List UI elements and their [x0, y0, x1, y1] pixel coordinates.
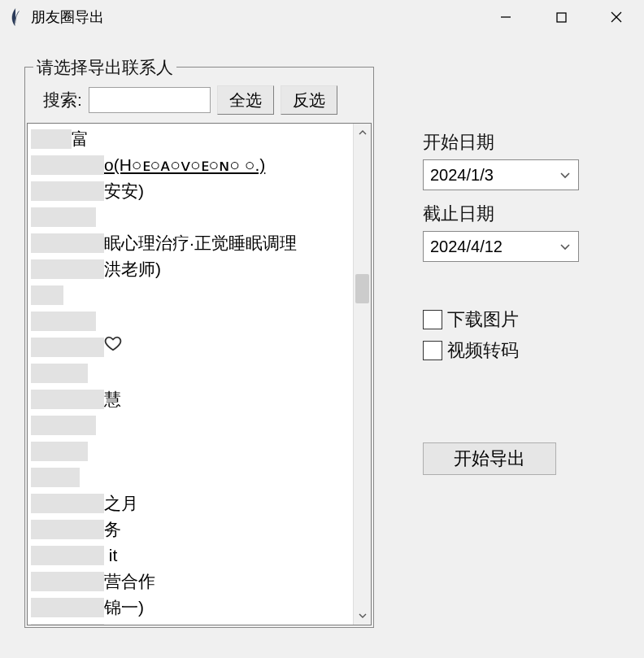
censored-segment — [31, 390, 104, 409]
censored-segment — [31, 572, 104, 591]
list-item[interactable]: 周一至周五9:00-18:30在线) — [29, 620, 353, 625]
maximize-button[interactable] — [533, 0, 589, 34]
list-item-text: 之月 — [104, 494, 138, 512]
list-item[interactable] — [29, 281, 353, 307]
list-item-text: 慧 — [104, 390, 121, 408]
list-item[interactable]: 营合作 — [29, 568, 353, 594]
vertical-scrollbar[interactable] — [353, 124, 371, 625]
censored-segment — [31, 155, 104, 175]
search-label: 搜索: — [43, 89, 82, 111]
list-item[interactable]: 眠心理治疗·正觉睡眠调理 — [29, 229, 353, 255]
scroll-down-arrow[interactable] — [354, 607, 371, 625]
window-title: 朋友圈导出 — [31, 7, 104, 27]
chevron-down-icon — [560, 241, 570, 253]
censored-segment — [31, 312, 96, 331]
list-item-text: 洪老师) — [104, 259, 161, 278]
list-item[interactable]: 锦一) — [29, 594, 353, 620]
list-item-text: 营合作 — [104, 572, 155, 590]
titlebar-controls — [478, 0, 644, 34]
end-date-label: 截止日期 — [423, 202, 579, 226]
start-date-dropdown[interactable]: 2024/1/3 — [423, 159, 579, 190]
censored-segment — [31, 364, 88, 383]
list-item[interactable]: 之月 — [29, 490, 353, 516]
checkbox-label: 视频转码 — [447, 338, 519, 363]
censored-segment — [31, 129, 72, 149]
list-item[interactable]: 务 — [29, 516, 353, 542]
contacts-groupbox: 请选择导出联系人 搜索: 全选 反选 富o(H○ᴇ○ᴀ○ᴠ○ᴇ○ɴ○ ○.)安安… — [24, 67, 374, 628]
censored-segment — [31, 546, 104, 565]
select-all-button[interactable]: 全选 — [217, 85, 274, 115]
scroll-thumb[interactable] — [355, 274, 369, 303]
censored-segment — [31, 624, 104, 625]
list-item[interactable] — [29, 203, 353, 229]
invert-select-button[interactable]: 反选 — [281, 85, 337, 115]
list-item-text: 周一至周五9:00-18:30在线) — [104, 624, 311, 625]
censored-segment — [31, 259, 104, 279]
list-item-text: 安安) — [104, 181, 144, 200]
list-item-text: 眠心理治疗·正觉睡眠调理 — [104, 233, 297, 252]
censored-segment — [31, 338, 104, 357]
scroll-up-arrow[interactable] — [354, 124, 371, 142]
censored-segment — [31, 416, 96, 435]
chevron-down-icon — [560, 169, 570, 181]
export-button[interactable]: 开始导出 — [423, 442, 556, 475]
censored-segment — [31, 233, 104, 253]
censored-segment — [31, 207, 96, 227]
list-item[interactable] — [29, 360, 353, 386]
censored-segment — [31, 520, 104, 539]
censored-segment — [31, 598, 104, 617]
list-item[interactable]: o(H○ᴇ○ᴀ○ᴠ○ᴇ○ɴ○ ○.) — [29, 151, 353, 177]
list-item[interactable]: 安安) — [29, 177, 353, 203]
groupbox-title: 请选择导出联系人 — [33, 56, 176, 79]
censored-segment — [31, 468, 80, 487]
heart-icon — [104, 337, 122, 355]
list-item[interactable] — [29, 412, 353, 438]
video-transcode-checkbox[interactable]: 视频转码 — [423, 338, 579, 363]
list-item-text: 锦一) — [104, 598, 144, 617]
contacts-listbox[interactable]: 富o(H○ᴇ○ᴀ○ᴠ○ᴇ○ɴ○ ○.)安安)眠心理治疗·正觉睡眠调理洪老师)慧之… — [27, 123, 372, 625]
list-item[interactable]: 富 — [29, 125, 353, 151]
checkbox-label: 下载图片 — [447, 307, 519, 332]
list-item[interactable] — [29, 333, 353, 360]
minimize-button[interactable] — [478, 0, 533, 34]
list-item-text: it — [104, 546, 117, 564]
end-date-value: 2024/4/12 — [430, 237, 503, 256]
censored-segment — [31, 494, 104, 513]
checkbox-box — [423, 341, 442, 360]
censored-segment — [31, 442, 88, 461]
list-item[interactable]: 慧 — [29, 386, 353, 412]
censored-segment — [31, 181, 104, 201]
list-item[interactable] — [29, 438, 353, 464]
list-item[interactable]: 洪老师) — [29, 255, 353, 281]
list-item[interactable]: it — [29, 542, 353, 568]
list-item[interactable] — [29, 307, 353, 333]
svg-rect-1 — [557, 13, 566, 22]
list-item-text: 务 — [104, 520, 121, 538]
close-button[interactable] — [589, 0, 644, 34]
checkbox-box — [423, 310, 442, 329]
list-item-text: 富 — [72, 129, 89, 148]
list-item-text: o(H○ᴇ○ᴀ○ᴠ○ᴇ○ɴ○ ○.) — [104, 155, 265, 174]
titlebar: 朋友圈导出 — [0, 0, 644, 34]
start-date-label: 开始日期 — [423, 130, 579, 155]
feather-icon — [8, 7, 23, 28]
list-item[interactable] — [29, 464, 353, 490]
start-date-value: 2024/1/3 — [430, 166, 494, 185]
download-images-checkbox[interactable]: 下载图片 — [423, 307, 579, 332]
end-date-dropdown[interactable]: 2024/4/12 — [423, 231, 579, 262]
search-input[interactable] — [89, 87, 211, 113]
censored-segment — [31, 285, 63, 305]
